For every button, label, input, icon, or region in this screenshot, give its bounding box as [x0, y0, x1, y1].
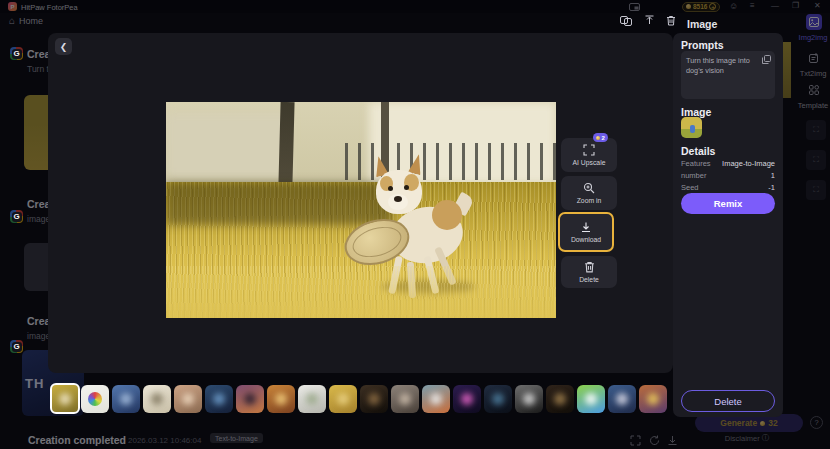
- filmstrip-thumb[interactable]: [50, 383, 80, 414]
- filmstrip-thumb[interactable]: [515, 385, 543, 413]
- back-icon: ❮: [60, 42, 68, 52]
- thumb-accent: [523, 393, 535, 405]
- thumb-accent: [585, 393, 597, 405]
- thumb-accent: [120, 393, 132, 405]
- thumb-accent: [461, 393, 473, 405]
- filmstrip-thumb[interactable]: [174, 385, 202, 413]
- filmstrip-thumb[interactable]: [391, 385, 419, 413]
- image-house-blur: [166, 113, 291, 178]
- detail-row-seed: Seed-1: [681, 183, 775, 192]
- gemini-icon: G: [10, 210, 23, 223]
- filmstrip-thumb[interactable]: [112, 385, 140, 413]
- filmstrip-thumb[interactable]: [81, 385, 109, 413]
- dog-eye: [388, 186, 393, 191]
- thumb-accent: [275, 393, 287, 405]
- thumb-accent: [337, 393, 349, 405]
- dog-eye: [404, 185, 409, 190]
- main-image[interactable]: [166, 102, 556, 318]
- prompt-text: Turn this image into dog's vision: [686, 56, 750, 75]
- delete-button[interactable]: Delete: [681, 390, 775, 412]
- zoom-in-label: Zoom in: [577, 197, 602, 204]
- source-image-thumbnail[interactable]: [681, 117, 702, 138]
- filmstrip-thumb[interactable]: [267, 385, 295, 413]
- detail-row-features: FeaturesImage-to-Image: [681, 159, 775, 168]
- delete-image-label: Delete: [579, 276, 599, 283]
- filmstrip-thumb[interactable]: [546, 385, 574, 413]
- thumb-accent: [306, 393, 318, 405]
- prompt-textarea[interactable]: Turn this image into dog's vision: [681, 51, 775, 99]
- coin-icon: [596, 136, 600, 140]
- dog-patch: [432, 200, 462, 230]
- download-label: Download: [571, 236, 601, 243]
- prompts-heading: Prompts: [681, 39, 724, 51]
- remix-button[interactable]: Remix: [681, 193, 775, 214]
- thumb-accent: [368, 393, 380, 405]
- zoom-in-button[interactable]: Zoom in: [561, 176, 617, 210]
- filmstrip-thumb[interactable]: [298, 385, 326, 413]
- dog-nose: [394, 196, 402, 202]
- thumb-accent: [88, 392, 102, 406]
- filmstrip-thumb[interactable]: [329, 385, 357, 413]
- thumb-accent: [59, 393, 71, 405]
- export-icon[interactable]: [644, 15, 655, 26]
- app-window: P HitPaw FotorPea 8516 + ☺ ≡ — ❐ ✕ ⌂ Hom…: [0, 0, 830, 449]
- thumb-accent: [554, 393, 566, 405]
- filmstrip-thumb[interactable]: [639, 385, 667, 413]
- thumb-accent: [244, 393, 256, 405]
- filmstrip-thumb[interactable]: [360, 385, 388, 413]
- thumb-accent: [616, 393, 628, 405]
- viewer-panel-title: Image: [687, 18, 717, 30]
- filmstrip-thumb[interactable]: [577, 385, 605, 413]
- back-button[interactable]: ❮: [55, 38, 72, 55]
- thumb-accent: [399, 393, 411, 405]
- thumb-accent: [151, 393, 163, 405]
- delete-image-button[interactable]: Delete: [561, 256, 617, 288]
- thumb-accent: [647, 393, 659, 405]
- detail-row-number: number1: [681, 171, 775, 180]
- filmstrip: [48, 383, 678, 417]
- download-button[interactable]: Download: [558, 212, 614, 252]
- image-viewer-panel: ❮: [48, 33, 673, 373]
- filmstrip-thumb[interactable]: [236, 385, 264, 413]
- filmstrip-thumb[interactable]: [453, 385, 481, 413]
- filmstrip-thumb[interactable]: [205, 385, 233, 413]
- thumb-accent: [430, 393, 442, 405]
- thumb-accent: [492, 393, 504, 405]
- filmstrip-thumb[interactable]: [143, 385, 171, 413]
- trash-icon[interactable]: [666, 15, 676, 26]
- compare-icon[interactable]: [620, 16, 632, 26]
- filmstrip-thumb[interactable]: [608, 385, 636, 413]
- filmstrip-thumb[interactable]: [484, 385, 512, 413]
- details-heading: Details: [681, 145, 715, 157]
- filmstrip-thumb[interactable]: [422, 385, 450, 413]
- image-grass-foreground: [166, 266, 556, 318]
- ai-upscale-label: AI Upscale: [573, 159, 606, 166]
- gemini-icon: G: [10, 47, 23, 60]
- gemini-icon: G: [10, 340, 23, 353]
- thumb-accent: [213, 393, 225, 405]
- image-details-panel: Prompts Turn this image into dog's visio…: [673, 33, 783, 417]
- copy-icon[interactable]: [762, 55, 771, 64]
- upscale-cost-badge: 2: [593, 133, 608, 142]
- thumb-accent: [182, 393, 194, 405]
- ai-upscale-button[interactable]: AI Upscale: [561, 138, 617, 172]
